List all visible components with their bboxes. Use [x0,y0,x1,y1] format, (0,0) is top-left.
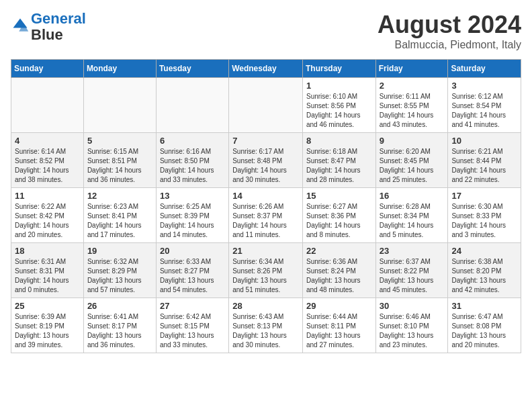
day-info: Sunrise: 6:38 AMSunset: 8:20 PMDaylight:… [451,257,517,295]
calendar-cell: 27Sunrise: 6:42 AMSunset: 8:15 PMDayligh… [156,298,228,353]
day-number: 14 [232,191,299,201]
calendar-cell: 10Sunrise: 6:21 AMSunset: 8:44 PMDayligh… [448,133,521,188]
calendar-cell: 2Sunrise: 6:11 AMSunset: 8:55 PMDaylight… [375,78,448,133]
day-number: 16 [380,191,445,201]
day-number: 28 [232,301,299,311]
calendar-cell: 23Sunrise: 6:37 AMSunset: 8:22 PMDayligh… [375,243,448,298]
day-info: Sunrise: 6:31 AMSunset: 8:31 PMDaylight:… [15,257,80,295]
day-info: Sunrise: 6:12 AMSunset: 8:54 PMDaylight:… [451,92,517,130]
calendar-cell: 12Sunrise: 6:23 AMSunset: 8:41 PMDayligh… [83,188,156,243]
day-number: 5 [87,136,152,146]
weekday-header-monday: Monday [83,60,156,78]
day-number: 15 [306,191,372,201]
calendar-week-row: 4Sunrise: 6:14 AMSunset: 8:52 PMDaylight… [11,133,521,188]
day-number: 11 [15,191,80,201]
calendar-week-row: 1Sunrise: 6:10 AMSunset: 8:56 PMDaylight… [11,78,521,133]
day-number: 13 [160,191,225,201]
day-number: 29 [306,301,372,311]
day-info: Sunrise: 6:42 AMSunset: 8:15 PMDaylight:… [160,312,225,350]
day-info: Sunrise: 6:47 AMSunset: 8:08 PMDaylight:… [451,312,517,350]
day-number: 2 [380,81,445,91]
day-info: Sunrise: 6:28 AMSunset: 8:34 PMDaylight:… [380,202,445,240]
calendar-cell [83,78,156,133]
day-info: Sunrise: 6:16 AMSunset: 8:50 PMDaylight:… [160,147,225,185]
weekday-header-friday: Friday [375,60,448,78]
calendar-body: 1Sunrise: 6:10 AMSunset: 8:56 PMDaylight… [11,78,521,353]
day-number: 9 [380,136,445,146]
logo-icon [11,16,30,35]
day-info: Sunrise: 6:41 AMSunset: 8:17 PMDaylight:… [87,312,152,350]
day-number: 8 [306,136,372,146]
day-info: Sunrise: 6:15 AMSunset: 8:51 PMDaylight:… [87,147,152,185]
weekday-header-saturday: Saturday [448,60,521,78]
day-info: Sunrise: 6:39 AMSunset: 8:19 PMDaylight:… [15,312,80,350]
calendar-cell: 3Sunrise: 6:12 AMSunset: 8:54 PMDaylight… [448,78,521,133]
day-number: 30 [380,301,445,311]
day-number: 27 [160,301,225,311]
calendar-cell: 1Sunrise: 6:10 AMSunset: 8:56 PMDaylight… [302,78,375,133]
calendar-cell: 8Sunrise: 6:18 AMSunset: 8:47 PMDaylight… [302,133,375,188]
day-number: 18 [15,246,80,256]
calendar-cell: 11Sunrise: 6:22 AMSunset: 8:42 PMDayligh… [11,188,84,243]
calendar-week-row: 18Sunrise: 6:31 AMSunset: 8:31 PMDayligh… [11,243,521,298]
calendar-cell: 7Sunrise: 6:17 AMSunset: 8:48 PMDaylight… [229,133,303,188]
day-info: Sunrise: 6:43 AMSunset: 8:13 PMDaylight:… [232,312,299,350]
logo-text: General Blue [31,11,86,43]
day-number: 12 [87,191,152,201]
calendar-cell: 16Sunrise: 6:28 AMSunset: 8:34 PMDayligh… [375,188,448,243]
day-info: Sunrise: 6:44 AMSunset: 8:11 PMDaylight:… [306,312,372,350]
calendar-cell [229,78,303,133]
day-info: Sunrise: 6:30 AMSunset: 8:33 PMDaylight:… [451,202,517,240]
day-number: 24 [451,246,517,256]
calendar-cell: 31Sunrise: 6:47 AMSunset: 8:08 PMDayligh… [448,298,521,353]
day-number: 31 [451,301,517,311]
day-info: Sunrise: 6:22 AMSunset: 8:42 PMDaylight:… [15,202,80,240]
calendar-cell: 15Sunrise: 6:27 AMSunset: 8:36 PMDayligh… [302,188,375,243]
calendar-week-row: 25Sunrise: 6:39 AMSunset: 8:19 PMDayligh… [11,298,521,353]
weekday-row: SundayMondayTuesdayWednesdayThursdayFrid… [11,60,521,78]
day-info: Sunrise: 6:23 AMSunset: 8:41 PMDaylight:… [87,202,152,240]
calendar-cell: 13Sunrise: 6:25 AMSunset: 8:39 PMDayligh… [156,188,228,243]
calendar-cell: 25Sunrise: 6:39 AMSunset: 8:19 PMDayligh… [11,298,84,353]
calendar-cell: 19Sunrise: 6:32 AMSunset: 8:29 PMDayligh… [83,243,156,298]
calendar-cell: 29Sunrise: 6:44 AMSunset: 8:11 PMDayligh… [302,298,375,353]
title-block: August 2024 Balmuccia, Piedmont, Italy [378,11,521,51]
day-info: Sunrise: 6:18 AMSunset: 8:47 PMDaylight:… [306,147,372,185]
day-number: 20 [160,246,225,256]
calendar-cell: 17Sunrise: 6:30 AMSunset: 8:33 PMDayligh… [448,188,521,243]
day-number: 7 [232,136,299,146]
day-info: Sunrise: 6:37 AMSunset: 8:22 PMDaylight:… [380,257,445,295]
day-number: 3 [451,81,517,91]
day-info: Sunrise: 6:46 AMSunset: 8:10 PMDaylight:… [380,312,445,350]
calendar-cell: 21Sunrise: 6:34 AMSunset: 8:26 PMDayligh… [229,243,303,298]
day-info: Sunrise: 6:26 AMSunset: 8:37 PMDaylight:… [232,202,299,240]
calendar-cell: 5Sunrise: 6:15 AMSunset: 8:51 PMDaylight… [83,133,156,188]
calendar-week-row: 11Sunrise: 6:22 AMSunset: 8:42 PMDayligh… [11,188,521,243]
day-number: 1 [306,81,372,91]
weekday-header-tuesday: Tuesday [156,60,228,78]
day-info: Sunrise: 6:20 AMSunset: 8:45 PMDaylight:… [380,147,445,185]
day-info: Sunrise: 6:10 AMSunset: 8:56 PMDaylight:… [306,92,372,130]
calendar-cell [156,78,228,133]
location: Balmuccia, Piedmont, Italy [378,39,521,51]
logo: General Blue [11,11,86,43]
day-number: 25 [15,301,80,311]
day-number: 17 [451,191,517,201]
day-number: 22 [306,246,372,256]
calendar-cell: 20Sunrise: 6:33 AMSunset: 8:27 PMDayligh… [156,243,228,298]
day-info: Sunrise: 6:34 AMSunset: 8:26 PMDaylight:… [232,257,299,295]
calendar-cell: 24Sunrise: 6:38 AMSunset: 8:20 PMDayligh… [448,243,521,298]
day-number: 26 [87,301,152,311]
day-number: 4 [15,136,80,146]
day-number: 10 [451,136,517,146]
calendar-cell: 14Sunrise: 6:26 AMSunset: 8:37 PMDayligh… [229,188,303,243]
calendar-cell: 18Sunrise: 6:31 AMSunset: 8:31 PMDayligh… [11,243,84,298]
calendar-cell [11,78,84,133]
calendar-header: SundayMondayTuesdayWednesdayThursdayFrid… [11,60,521,78]
calendar-cell: 26Sunrise: 6:41 AMSunset: 8:17 PMDayligh… [83,298,156,353]
weekday-header-sunday: Sunday [11,60,84,78]
calendar-cell: 6Sunrise: 6:16 AMSunset: 8:50 PMDaylight… [156,133,228,188]
day-number: 19 [87,246,152,256]
day-info: Sunrise: 6:25 AMSunset: 8:39 PMDaylight:… [160,202,225,240]
calendar-table: SundayMondayTuesdayWednesdayThursdayFrid… [11,59,521,353]
